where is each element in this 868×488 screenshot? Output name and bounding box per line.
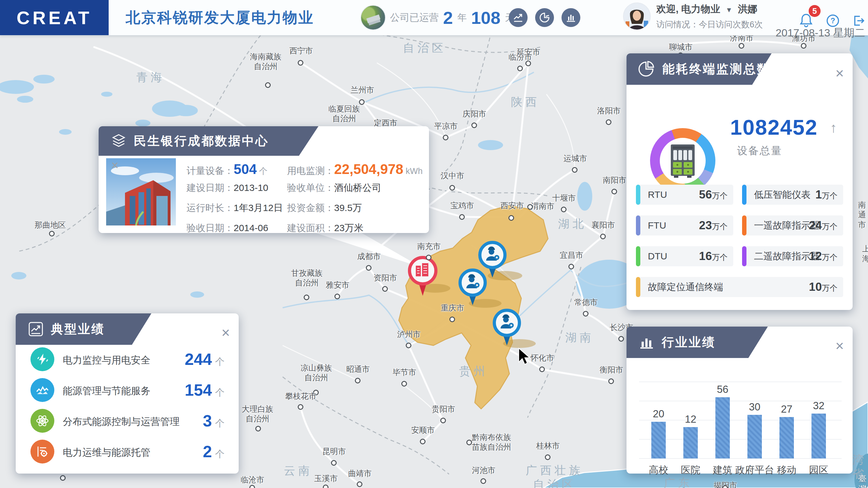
legend-item: 低压智能仪表1万个	[742, 185, 843, 205]
terminal-title: 能耗终端监测总数	[662, 61, 770, 78]
performance-item-label: 分布式能源控制与运营管理	[63, 415, 180, 428]
performance-banner: 典型业绩	[16, 313, 151, 345]
legend-color-bar	[636, 277, 640, 297]
legend-color-bar	[636, 246, 640, 266]
user-block[interactable]: 欢迎, 电力物业 ▼ 洪娜 访问情况：今日访问次数6次	[623, 2, 763, 30]
legend-name: 低压智能仪表	[754, 188, 810, 201]
performance-item[interactable]: 分布式能源控制与运营管理3个	[16, 409, 239, 433]
performance-item-label: 电力运维与能源托管	[63, 446, 150, 459]
bar[interactable]	[747, 415, 762, 458]
chevron-down-icon: ▼	[725, 6, 732, 14]
device-total: 1082452	[730, 115, 818, 140]
operate-label: 公司已运营	[390, 11, 439, 24]
up-arrow-icon: ↑	[830, 120, 837, 136]
bell-icon[interactable]: 5	[799, 12, 813, 28]
performance-panel: 典型业绩 × 电力监控与用电安全244个能源管理与节能服务154个分布式能源控制…	[16, 313, 239, 474]
legend-value: 16万个	[699, 250, 727, 263]
popup-banner: 民生银行成都数据中心	[99, 126, 318, 156]
popup-field: 验收日期：2014-06	[187, 222, 268, 235]
performance-item-label: 电力监控与用电安全	[63, 354, 150, 367]
performance-item-value: 244个	[185, 350, 224, 369]
legend-value: 1万个	[815, 188, 838, 201]
legend-value: 23万个	[699, 219, 727, 232]
popup-field: 验收单位：酒仙桥公司	[287, 182, 381, 194]
operating-duration: 公司已运营 2 年 108 天	[361, 0, 515, 35]
bar-icon[interactable]	[561, 8, 580, 27]
performance-item-value: 3个	[203, 411, 224, 430]
legend-item: RTU56万个	[636, 185, 733, 205]
svg-text:?: ?	[831, 16, 835, 25]
site-popup: 民生银行成都数据中心 × 计量设备：504 个用电监测：22,504,978 k…	[99, 126, 429, 233]
terminal-close-button[interactable]: ×	[835, 66, 844, 81]
legend-color-bar	[742, 185, 746, 205]
performance-item-value: 154个	[185, 380, 224, 399]
operate-years: 2	[443, 7, 453, 28]
bar[interactable]	[779, 417, 794, 458]
bar[interactable]	[811, 414, 826, 458]
popup-close-button[interactable]: ×	[111, 159, 118, 172]
industry-close-button[interactable]: ×	[835, 338, 844, 353]
popup-field: 运行时长：1年3月12日	[187, 202, 283, 214]
legend-value: 56万个	[699, 188, 727, 201]
operate-days: 108	[471, 7, 500, 28]
popup-field: 建设日期：2013-10	[187, 182, 268, 194]
performance-item[interactable]: 能源管理与节能服务154个	[16, 378, 239, 402]
bar[interactable]	[683, 427, 698, 458]
bar[interactable]	[651, 422, 666, 458]
page-title: 北京科锐研发大厦电力物业	[126, 0, 314, 35]
atom-icon	[30, 409, 54, 433]
legend-item: 故障定位通信终端10万个	[636, 277, 843, 297]
dashboard-screen: 海南藏族 自治州西宁市兰州市临夏回族 自治州定西市甘南藏族 自治州果洛藏族 自治…	[0, 0, 868, 488]
legend-color-bar	[742, 246, 746, 266]
layers-icon	[111, 133, 127, 149]
bar-category-label: 园区	[794, 463, 844, 477]
device-total-label: 设备总量	[737, 144, 782, 158]
logo[interactable]: CREAT	[0, 0, 108, 35]
legend-item: 一遥故障指示器24万个	[742, 215, 843, 236]
bar-chart-icon	[639, 334, 655, 350]
legend-item: FTU23万个	[636, 215, 733, 236]
performance-close-button[interactable]: ×	[221, 325, 230, 340]
performance-item-value: 2个	[203, 442, 224, 461]
mouse-cursor	[518, 347, 532, 366]
industry-title: 行业业绩	[662, 334, 716, 351]
date-display: 2017-08-13 星期二	[752, 26, 865, 40]
chongqing-region[interactable]	[399, 206, 548, 409]
legend-color-bar	[636, 215, 640, 236]
gridline	[639, 382, 842, 382]
industry-bar-chart: 20高校12医院56建筑30政府平台27移动32园区	[639, 364, 842, 458]
popup-tail	[314, 233, 422, 268]
industry-panel: 行业业绩 × 20高校12医院56建筑30政府平台27移动32园区	[626, 327, 852, 474]
trend-icon[interactable]	[509, 8, 528, 27]
industry-banner: 行业业绩	[626, 327, 768, 358]
performance-item[interactable]: 电力运维与能源托管2个	[16, 440, 239, 463]
legend-item: 二遥故障指示器12万个	[742, 246, 843, 266]
popup-title: 民生银行成都数据中心	[134, 132, 269, 150]
terminal-panel: 能耗终端监测总数 × 1082452 ↑ 设备总量 RTU56万个低压智能仪表1…	[626, 53, 852, 310]
bar-value-label: 56	[704, 384, 741, 395]
pie-icon[interactable]	[535, 8, 554, 27]
popup-field: 用电监测：22,504,978 kWh	[287, 161, 423, 177]
legend-name: 故障定位通信终端	[648, 281, 723, 294]
popup-field: 建设面积：23万米	[287, 222, 363, 235]
legend-value: 12万个	[809, 250, 838, 263]
performance-item-label: 能源管理与节能服务	[63, 385, 150, 398]
legend-name: FTU	[648, 220, 666, 231]
wave-icon	[30, 378, 54, 402]
company-photo-icon	[361, 5, 385, 30]
logo-text: CREAT	[17, 7, 92, 28]
legend-name: RTU	[648, 189, 667, 200]
legend-color-bar	[636, 185, 640, 205]
trend-box-icon	[28, 321, 44, 337]
legend-item: DTU16万个	[636, 246, 733, 266]
bolt-icon	[30, 347, 54, 371]
gear-icon	[30, 440, 54, 463]
performance-item[interactable]: 电力监控与用电安全244个	[16, 347, 239, 371]
notification-badge: 5	[809, 5, 820, 17]
legend-color-bar	[742, 215, 746, 236]
terminal-banner: 能耗终端监测总数	[626, 53, 772, 85]
bar[interactable]	[715, 397, 730, 458]
welcome-line: 欢迎, 电力物业 ▼ 洪娜	[656, 2, 763, 16]
device-donut-chart	[650, 128, 715, 193]
device-cabinet-icon	[668, 143, 698, 178]
